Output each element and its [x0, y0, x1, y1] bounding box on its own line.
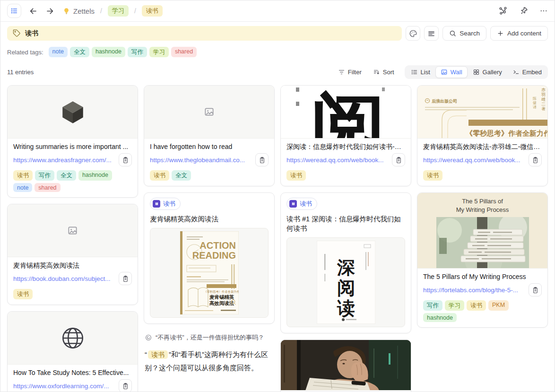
view-embed[interactable]: Embed — [507, 66, 547, 78]
card-title: 麦肯锡精英高效阅读法 — [13, 261, 132, 270]
tag-读书[interactable]: 读书 — [13, 289, 33, 299]
note-card-deep-reading[interactable]: 读书 读书 #1 深阅读：信息爆炸时代我们如何读书 深 阅 读 — [280, 192, 411, 333]
tag-学习[interactable]: 学习 — [149, 47, 169, 57]
tag-读书[interactable]: 读书 — [286, 170, 306, 181]
copy-url-button[interactable] — [529, 283, 542, 296]
sidebar-toggle-button[interactable] — [7, 4, 21, 18]
card-thumbnail — [281, 340, 411, 391]
breadcrumb-tag-dushu[interactable]: 读书 — [142, 5, 163, 17]
tag-note[interactable]: note — [13, 183, 32, 192]
lightbulb-icon — [63, 7, 70, 15]
tag-读书[interactable]: 读书 — [150, 170, 169, 181]
tag-学习[interactable]: 学习 — [445, 300, 464, 311]
view-gallery[interactable]: Gallery — [468, 66, 507, 78]
card-deep-reading-weread[interactable]: 阅 深阅读：信息爆炸时代我们如何读书-斋... https://weread.q… — [280, 85, 411, 186]
view-switcher: List Wall Gallery Embed — [405, 65, 548, 79]
tag-hashnode[interactable]: hashnode — [92, 47, 125, 57]
clipboard-icon — [532, 157, 539, 164]
card-url-link[interactable]: https://weread.qq.com/web/book... — [286, 157, 388, 164]
quote-open: “ — [145, 350, 147, 358]
card-writing-summaries[interactable]: Writing summaries is more important ... … — [7, 85, 138, 198]
card-title: Writing summaries is more important ... — [13, 142, 132, 151]
note-image-frame: 深 阅 读 — [286, 237, 405, 327]
tag-hashnode[interactable]: hashnode — [78, 170, 112, 181]
quote-block[interactable]: “不再读书”，还是一件值得担忧的事吗？ “读书”和“看手机”这两种行为有什么区别… — [144, 330, 275, 374]
svg-text:读: 读 — [337, 297, 355, 319]
graph-view-button[interactable] — [498, 6, 508, 16]
tag-全文[interactable]: 全文 — [172, 170, 191, 181]
filter-button[interactable]: Filter — [333, 66, 366, 78]
breadcrumb-separator: / — [133, 7, 137, 15]
tag-读书[interactable]: 读书 — [423, 170, 442, 181]
copy-url-button[interactable] — [119, 272, 132, 285]
pin-button[interactable] — [519, 7, 528, 16]
card-url-link[interactable]: https://weread.qq.com/web/book... — [423, 157, 525, 164]
tag-写作[interactable]: 写作 — [128, 47, 147, 57]
card-mckinsey-douban[interactable]: 麦肯锡精英高效阅读法 https://book.douban.com/subje… — [7, 204, 138, 305]
add-content-label: Add content — [507, 30, 541, 37]
card-url-link[interactable]: https://fortelabs.com/blog/the-5-... — [423, 287, 525, 294]
more-options-button[interactable] — [539, 7, 548, 15]
masonry-column-4: 后浪出版公司 赤羽雄二著 陈健译 《零秒思考》作者全新力作 麦肯锡精英高效阅读法… — [417, 85, 548, 328]
header-row: 读书 Search Add content — [0, 22, 555, 41]
note-tag-badge[interactable]: 读书 — [286, 198, 317, 210]
tag-PKM[interactable]: PKM — [488, 300, 509, 311]
note-image-frame: ACTION READING 《零秒思考》作者全新力作 麦肯锡精英 高效阅读法 — [150, 228, 269, 318]
card-title: I have forgotten how to read — [150, 142, 269, 151]
card-url-link[interactable]: https://www.theglobeandmail.co... — [150, 157, 251, 164]
note-title: 读书 #1 深阅读：信息爆炸时代我们如何读书 — [286, 214, 405, 233]
note-card-action-reading[interactable]: 读书 麦肯锡精英高效阅读法 ACTION READING — [144, 192, 275, 324]
tag-读书[interactable]: 读书 — [467, 300, 486, 311]
card-url-link[interactable]: https://book.douban.com/subject... — [13, 275, 115, 282]
tag-hashnode[interactable]: hashnode — [423, 313, 457, 322]
workspace-name[interactable]: Zettels — [73, 7, 95, 15]
card-thumbnail: 后浪出版公司 赤羽雄二著 陈健译 《零秒思考》作者全新力作 — [417, 86, 547, 139]
card-mckinsey-weread[interactable]: 后浪出版公司 赤羽雄二著 陈健译 《零秒思考》作者全新力作 麦肯锡精英高效阅读法… — [417, 85, 548, 186]
forward-button[interactable] — [45, 7, 54, 16]
tag-shared[interactable]: shared — [171, 47, 197, 57]
back-button[interactable] — [29, 7, 38, 16]
add-content-button[interactable]: Add content — [490, 26, 548, 41]
card-tags: 写作学习读书PKMhashnode — [423, 300, 542, 322]
tag-shared[interactable]: shared — [35, 183, 60, 192]
breadcrumb-tag-xuexi[interactable]: 学习 — [108, 5, 129, 17]
action-reading-book-cover: ACTION READING 《零秒思考》作者全新力作 麦肯锡精英 高效阅读法 — [180, 231, 239, 314]
copy-url-button[interactable] — [255, 153, 269, 166]
copy-url-button[interactable] — [529, 153, 542, 166]
person-reading-photo — [281, 340, 411, 391]
copy-url-button[interactable] — [392, 153, 405, 166]
copy-url-button[interactable] — [119, 153, 132, 166]
note-tag-badge[interactable]: 读书 — [150, 198, 181, 210]
tag-note[interactable]: note — [49, 47, 68, 57]
card-url-link[interactable]: https://www.oxfordlearning.com/... — [13, 383, 115, 390]
card-five-pillars[interactable]: The 5 Pillars of My Writing Process — [417, 192, 548, 328]
tag-写作[interactable]: 写作 — [423, 300, 442, 311]
wall-grid: Writing summaries is more important ... … — [0, 79, 555, 392]
note-tag-label: 读书 — [163, 200, 175, 208]
plus-icon — [497, 30, 504, 37]
tag-写作[interactable]: 写作 — [35, 170, 54, 181]
svg-text:阅: 阅 — [311, 86, 385, 139]
tag-全文[interactable]: 全文 — [57, 170, 76, 181]
card-title: 深阅读：信息爆炸时代我们如何读书-斋... — [286, 142, 405, 151]
card-forgotten-how-to-read[interactable]: I have forgotten how to read https://www… — [144, 85, 275, 186]
forward-arrow-icon — [45, 7, 54, 16]
appearance-button[interactable] — [406, 26, 420, 41]
search-button[interactable]: Search — [442, 26, 486, 41]
gallery-view-icon — [473, 69, 480, 76]
description-button[interactable] — [424, 26, 439, 41]
sort-button[interactable]: Sort — [368, 66, 399, 78]
card-huxiu-article[interactable]: “不再读书”，还是一件值得担忧的事吗？ https://www.huxiu.co… — [280, 340, 411, 392]
tag-读书[interactable]: 读书 — [13, 170, 33, 181]
workspace-breadcrumb: Zettels — [63, 7, 95, 15]
card-study-notes[interactable]: How To Take Study Notes: 5 Effective... … — [7, 311, 138, 392]
view-list[interactable]: List — [406, 66, 435, 78]
tag-全文[interactable]: 全文 — [70, 47, 89, 57]
sort-icon — [373, 69, 380, 76]
view-wall[interactable]: Wall — [435, 66, 468, 78]
copy-url-button[interactable] — [119, 379, 132, 392]
quote-highlight-tag[interactable]: 读书 — [148, 350, 168, 359]
card-url-link[interactable]: https://www.andreasfragner.com/... — [13, 157, 115, 164]
text-lines-icon — [427, 29, 435, 37]
current-tag-bar[interactable]: 读书 — [7, 26, 402, 41]
